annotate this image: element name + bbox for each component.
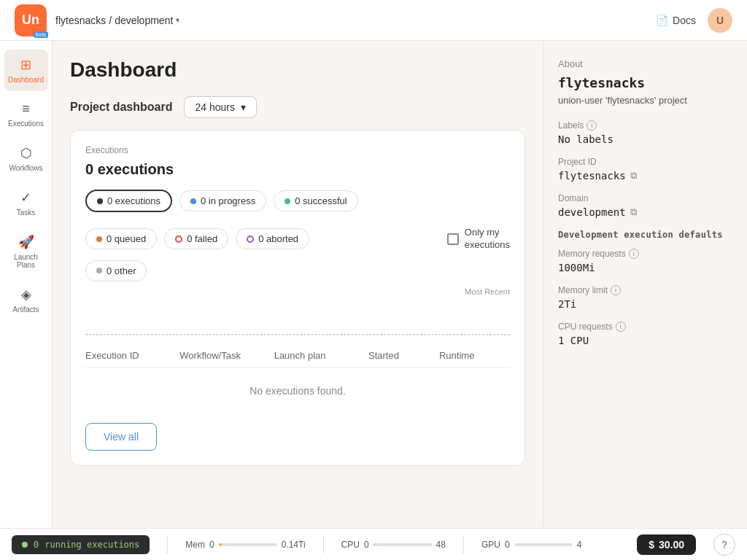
cpu-requests-label: CPU requests i	[558, 322, 732, 332]
help-button[interactable]: ?	[713, 534, 735, 556]
dot-queued	[96, 236, 102, 242]
main-layout: ⊞ Dashboard ≡ Executions ⬡ Workflows ✓ T…	[0, 41, 747, 528]
memory-limit-label: Memory limit i	[558, 285, 732, 295]
memory-limit-info-icon[interactable]: i	[611, 285, 621, 295]
domain-section: Domain development ⧉	[558, 193, 732, 218]
col-execution-id: Execution ID	[85, 350, 179, 361]
cpu-label: CPU	[341, 540, 360, 550]
sidebar-label-dashboard: Dashboard	[8, 76, 44, 84]
memory-requests-info-icon[interactable]: i	[629, 249, 639, 259]
sidebar-label-artifacts: Artifacts	[12, 306, 39, 314]
sidebar-item-workflows[interactable]: ⬡ Workflows	[4, 138, 48, 179]
labels-value: No labels	[558, 133, 732, 145]
dot-in-progress	[190, 198, 196, 204]
filter-successful-label: 0 successful	[295, 195, 347, 206]
running-dot-icon	[22, 542, 28, 548]
filter-queued-label: 0 queued	[107, 233, 146, 244]
cpu-requests-info-icon[interactable]: i	[616, 322, 626, 332]
cpu-requests-text: CPU requests	[558, 322, 613, 332]
memory-limit-value-text: 2Ti	[558, 298, 576, 310]
logo-icon: Un	[22, 12, 39, 28]
col-launch-plan: Launch plan	[274, 350, 368, 361]
docs-button[interactable]: 📄 Docs	[656, 15, 696, 26]
tasks-icon: ✓	[20, 190, 31, 206]
project-id-value: flytesnacks ⧉	[558, 170, 732, 182]
chevron-down-icon: ▾	[176, 16, 179, 24]
labels-info-icon[interactable]: i	[587, 120, 597, 131]
running-count: 0	[34, 540, 39, 550]
dashboard-header: Project dashboard 24 hours ▾	[70, 96, 525, 118]
gpu-label: GPU	[481, 540, 500, 550]
sidebar-label-launch-plans: Launch Plans	[10, 253, 42, 269]
chart-background	[85, 299, 510, 335]
cost-button[interactable]: $ 30.00	[637, 534, 696, 555]
filter-other[interactable]: 0 other	[85, 260, 147, 281]
project-id-text: Project ID	[558, 157, 597, 167]
filter-failed[interactable]: 0 failed	[164, 228, 228, 249]
filter-all[interactable]: 0 executions	[85, 190, 172, 212]
cpu-requests-value: 1 CPU	[558, 335, 732, 346]
project-path[interactable]: flytesnacks / development ▾	[55, 15, 179, 26]
cpu-requests-value-text: 1 CPU	[558, 335, 589, 346]
gpu-bar-container	[514, 543, 573, 546]
executions-table: Execution ID Workflow/Task Launch plan S…	[85, 344, 510, 414]
filter-successful[interactable]: 0 successful	[274, 190, 358, 211]
environment-name: development	[115, 15, 173, 26]
filter-aborted-label: 0 aborted	[258, 233, 298, 244]
executions-card-title: Executions	[85, 145, 510, 155]
topbar-left: Un Beta flytesnacks / development ▾	[15, 4, 179, 36]
domain-text: Domain	[558, 193, 588, 203]
domain-value: development ⧉	[558, 206, 732, 218]
only-my-checkbox[interactable]	[447, 233, 459, 245]
labels-label: Labels i	[558, 120, 732, 131]
project-id-value-text: flytesnacks	[558, 170, 626, 182]
about-label: About	[558, 58, 732, 69]
sidebar-label-executions: Executions	[8, 120, 44, 128]
statusbar: 0 running executions Mem 0 0.14Ti CPU 0 …	[0, 528, 747, 560]
sidebar-item-tasks[interactable]: ✓ Tasks	[4, 182, 48, 224]
cpu-requests-section: CPU requests i 1 CPU	[558, 322, 732, 346]
col-workflow-task: Workflow/Task	[179, 350, 274, 361]
sidebar-item-dashboard[interactable]: ⊞ Dashboard	[4, 50, 48, 91]
dot-other	[96, 268, 102, 273]
project-id-copy-icon[interactable]: ⧉	[630, 170, 637, 182]
project-id-section: Project ID flytesnacks ⧉	[558, 157, 732, 182]
filter-all-label: 0 executions	[107, 195, 160, 206]
filter-aborted[interactable]: 0 aborted	[236, 228, 309, 249]
filter-queued[interactable]: 0 queued	[85, 228, 157, 249]
sidebar: ⊞ Dashboard ≡ Executions ⬡ Workflows ✓ T…	[0, 41, 53, 528]
only-my-label: Only my executions	[465, 227, 510, 252]
dot-aborted	[247, 236, 254, 243]
table-header: Execution ID Workflow/Task Launch plan S…	[85, 344, 510, 368]
gpu-current: 0	[505, 540, 510, 550]
domain-copy-icon[interactable]: ⧉	[630, 206, 637, 218]
memory-requests-label: Memory requests i	[558, 249, 732, 259]
sidebar-label-tasks: Tasks	[17, 209, 36, 217]
memory-requests-text: Memory requests	[558, 249, 626, 259]
view-all-button[interactable]: View all	[85, 423, 157, 451]
cost-icon: $	[649, 539, 654, 551]
memory-requests-value-text: 1000Mi	[558, 262, 595, 273]
time-range-value: 24 hours	[195, 101, 234, 113]
statusbar-sep-1	[167, 536, 168, 553]
cpu-bar-container	[374, 543, 432, 546]
filter-in-progress[interactable]: 0 in progress	[179, 190, 266, 211]
sidebar-item-executions[interactable]: ≡ Executions	[4, 94, 48, 135]
col-runtime: Runtime	[439, 350, 510, 361]
dashboard-icon: ⊞	[20, 57, 31, 73]
cpu-current: 0	[364, 540, 369, 550]
user-initial: U	[716, 15, 724, 26]
logo[interactable]: Un Beta	[15, 4, 47, 36]
sidebar-item-artifacts[interactable]: ◈ Artifacts	[4, 279, 48, 321]
memory-limit-section: Memory limit i 2Ti	[558, 285, 732, 310]
statusbar-sep-2	[323, 536, 324, 553]
time-range-select[interactable]: 24 hours ▾	[184, 96, 256, 118]
user-avatar[interactable]: U	[708, 8, 732, 33]
running-executions-badge: 0 running executions	[12, 535, 150, 554]
sidebar-item-launch-plans[interactable]: 🚀 Launch Plans	[4, 227, 48, 276]
memory-limit-text: Memory limit	[558, 285, 608, 295]
no-results-message: No executions found.	[85, 368, 510, 414]
chart-area: Most Recent	[85, 287, 510, 338]
filter-row: 0 executions 0 in progress 0 successful …	[85, 190, 510, 252]
filter-row-2: 0 other	[85, 260, 510, 281]
